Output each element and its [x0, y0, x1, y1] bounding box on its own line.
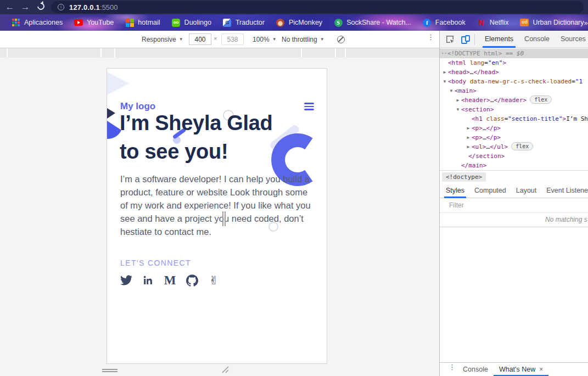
tab-sources[interactable]: Sources	[555, 31, 588, 48]
bookmark-facebook[interactable]: fFacebook	[423, 18, 466, 27]
bookmark-traductor[interactable]: GTraductor	[223, 18, 265, 27]
translate-icon: G	[223, 18, 232, 27]
bookmark-youtube[interactable]: YouTube	[74, 18, 114, 27]
close-icon[interactable]: ×	[539, 366, 543, 373]
viewport-width-input[interactable]	[189, 33, 211, 45]
bookmark-label: Duolingo	[184, 19, 211, 26]
throttling-label: No throttling	[282, 36, 317, 43]
drawer-options-icon[interactable]: ⋮	[449, 366, 451, 368]
breadcrumb-doctype[interactable]: <!doctype>	[442, 172, 486, 182]
bookmark-netflix[interactable]: NNetflix	[477, 18, 509, 27]
code-token: >	[502, 59, 506, 66]
bookmark-duolingo[interactable]: ooDuolingo	[172, 18, 211, 27]
social-icon-medium[interactable]: M	[164, 274, 176, 287]
social-icon-github[interactable]	[186, 274, 198, 287]
dom-tree-node[interactable]: <html lang="en">	[440, 58, 588, 68]
zoom-level-label: 100%	[253, 36, 270, 43]
drawer-tab-console[interactable]: Console	[457, 363, 494, 376]
dom-tree-node[interactable]: <h1 class="section-title">I’m Sh	[440, 114, 588, 124]
inspect-element-icon[interactable]	[445, 35, 455, 44]
dom-tree-node[interactable]: ▶<head>…</head>	[440, 68, 588, 77]
bookmark-urban-dictionary[interactable]: udUrban Dictionary	[520, 18, 584, 27]
page-viewport: My logo I’m Sheyla Glad to see you! I’m …	[107, 69, 327, 363]
dom-tree-node[interactable]: ▶<p>…</p>	[440, 124, 588, 133]
social-icon-twitter[interactable]	[120, 274, 132, 287]
bookmark-label: Traductor	[236, 19, 265, 26]
forward-button[interactable]: →	[19, 1, 32, 14]
bookmarks-bar: AplicacionesYouTubehotmailooDuolingoGTra…	[0, 14, 588, 31]
ruler-tick	[7, 48, 8, 58]
code-token: </ul>	[490, 143, 508, 150]
reload-button[interactable]	[36, 1, 46, 11]
viewport-resize-handle-right[interactable]	[222, 211, 227, 228]
code-token: "en"	[488, 59, 503, 66]
show-more-dots[interactable]: ···	[441, 49, 450, 58]
expand-arrow-icon[interactable]: ▶	[466, 133, 471, 142]
expand-arrow-icon[interactable]: ▶	[442, 68, 447, 77]
flex-badge[interactable]: flex	[530, 96, 552, 104]
expand-arrow-icon[interactable]: ▼	[449, 86, 454, 96]
expand-arrow-icon[interactable]: ▼	[442, 77, 447, 86]
url-port: :5500	[100, 3, 118, 12]
device-toolbar-options-icon[interactable]: ⋮	[427, 36, 429, 38]
social-icon-linkedin[interactable]	[142, 274, 154, 287]
bookmarks-overflow-chevron[interactable]: »	[584, 19, 588, 27]
rotate-viewport-icon[interactable]	[337, 36, 345, 43]
bookmark-aplicaciones[interactable]: Aplicaciones	[12, 18, 63, 27]
dom-tree-node[interactable]: </section>	[440, 151, 588, 161]
viewport-resize-handle-corner[interactable]	[221, 366, 229, 373]
flex-badge[interactable]: flex	[511, 142, 533, 150]
hamburger-menu-icon[interactable]	[304, 103, 314, 112]
drawer-tab-what-s-new[interactable]: What's New×	[494, 363, 548, 376]
url-host: 127.0.0.1	[69, 3, 100, 12]
tab-label: Event Listeners	[546, 187, 588, 194]
tab-label: What's New	[499, 366, 535, 373]
throttling-dropdown[interactable]: No throttling ▼	[282, 31, 324, 48]
site-info-icon[interactable]: i	[58, 4, 64, 10]
page-title: I’m Sheyla Glad to see you!	[120, 109, 293, 166]
styles-tab-layout[interactable]: Layout	[511, 183, 542, 198]
dom-tree-node[interactable]: </main>	[440, 161, 588, 170]
code-token: </p>	[486, 134, 501, 141]
code-token: I’m Sh	[566, 115, 588, 122]
tab-console[interactable]: Console	[519, 31, 555, 48]
code-token: <html	[448, 59, 470, 66]
dom-tree-node[interactable]: ▶<header>…</header>flex	[440, 96, 588, 105]
ruler-tick	[114, 48, 115, 58]
viewport-resize-handle-bottom[interactable]	[102, 369, 117, 373]
social-icon-victory-hand[interactable]: ✌	[208, 274, 220, 287]
viewport-height-input[interactable]	[221, 33, 244, 45]
dom-tree-node[interactable]: ▼<main>	[440, 86, 588, 96]
device-type-label: Responsive	[142, 36, 176, 43]
back-button[interactable]: ←	[3, 1, 16, 14]
expand-arrow-icon[interactable]: ▶	[466, 124, 471, 133]
address-bar[interactable]: i 127.0.0.1:5500	[51, 1, 584, 13]
dom-tree-node[interactable]: ▼<body data-new-gr-c-s-check-loaded="1	[440, 77, 588, 86]
no-matching-styles-text: No matching s	[545, 216, 587, 223]
dom-tree-node[interactable]: ▶<p>…</p>	[440, 133, 588, 142]
ruler-tick	[335, 48, 336, 58]
expand-arrow-icon[interactable]: ▼	[455, 105, 461, 114]
dom-tree-node[interactable]: ···<!DOCTYPE html> == $0	[440, 49, 588, 58]
styles-tab-styles[interactable]: Styles	[441, 183, 469, 198]
code-token: <main>	[455, 87, 477, 94]
lets-connect-link[interactable]: LET'S CONNECT	[120, 259, 191, 267]
bookmark-hotmail[interactable]: hotmail	[125, 18, 160, 27]
code-token: <section>	[461, 106, 494, 113]
styles-tab-computed[interactable]: Computed	[469, 183, 511, 198]
tab-label: Elements	[485, 35, 513, 43]
zoom-dropdown[interactable]: 100% ▼	[253, 31, 277, 48]
code-token: …	[483, 125, 486, 132]
styles-filter-input[interactable]: Filter	[449, 201, 464, 209]
tab-elements[interactable]: Elements	[479, 31, 519, 48]
microsoft-icon	[125, 18, 134, 27]
dom-tree-node[interactable]: ▶<ul>…</ul>flex	[440, 142, 588, 151]
toggle-device-toolbar-icon[interactable]	[461, 35, 471, 44]
device-type-dropdown[interactable]: Responsive ▼	[142, 31, 183, 48]
expand-arrow-icon[interactable]: ▶	[455, 96, 461, 105]
dom-tree-node[interactable]: ▼<section>	[440, 105, 588, 114]
bookmark-sockshare-watch[interactable]: SSockShare - Watch...	[334, 18, 411, 27]
styles-tab-event-listeners[interactable]: Event Listeners	[541, 183, 588, 198]
expand-arrow-icon[interactable]: ▶	[466, 142, 471, 151]
bookmark-picmonkey[interactable]: PicMonkey	[276, 18, 322, 27]
